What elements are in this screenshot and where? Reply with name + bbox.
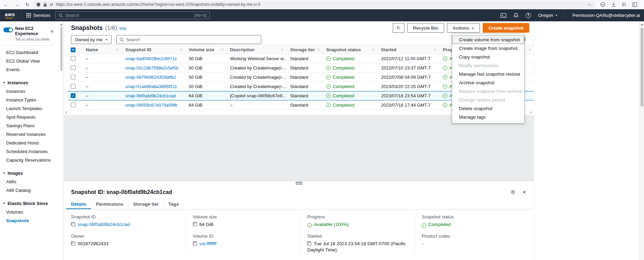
cloudshell-icon[interactable]	[501, 13, 506, 18]
sidebar-item-amis[interactable]: AMIs	[0, 177, 64, 186]
copy-icon[interactable]	[71, 241, 75, 246]
recycle-bin-button[interactable]: Recycle Bin	[407, 23, 444, 33]
close-icon[interactable]: ✕	[522, 189, 526, 195]
sidebar-toggle-icon[interactable]	[632, 2, 637, 7]
downloads-icon[interactable]	[611, 2, 616, 7]
column-header-description[interactable]: Description▽	[227, 45, 287, 54]
snapshot-id-link[interactable]: snap-0ad0482fbe2c8571c	[125, 56, 177, 61]
filter-icon[interactable]: ▽	[529, 48, 531, 52]
row-checkbox[interactable]	[71, 75, 76, 79]
column-header-snapshot-status[interactable]: Snapshot status▽	[323, 45, 378, 54]
back-button[interactable]: ←	[3, 2, 8, 7]
scroll-up-arrow-icon[interactable]	[60, 23, 63, 25]
sidebar-item-instance-types[interactable]: Instance Types	[0, 96, 64, 104]
filter-icon[interactable]: ▽	[434, 48, 436, 52]
tab-tags[interactable]: Tags	[164, 199, 184, 209]
copy-icon[interactable]	[193, 222, 197, 226]
close-icon[interactable]: ✕	[50, 29, 54, 34]
console-search[interactable]: [Alt+S]	[55, 11, 210, 19]
console-search-input[interactable]	[65, 13, 192, 18]
sidebar-item-snapshots[interactable]: Snapshots	[0, 216, 64, 225]
sidebar-item-ec2-global-view[interactable]: EC2 Global View	[0, 57, 64, 65]
sidebar-item-capacity-reservations[interactable]: Capacity Reservations	[0, 156, 64, 164]
row-checkbox[interactable]	[71, 56, 76, 61]
sidebar-item-volumes[interactable]: Volumes	[0, 208, 64, 216]
menu-item-archive-snapshot[interactable]: Archive snapshot	[452, 78, 524, 87]
sidebar-item-dedicated-hosts[interactable]: Dedicated Hosts	[0, 139, 64, 147]
library-icon[interactable]	[622, 2, 626, 7]
bookmark-star-icon[interactable]: ☆	[587, 2, 591, 7]
snapshot-id-link[interactable]: snap-0879b96243f26efb2	[125, 75, 176, 80]
copy-icon[interactable]	[71, 222, 75, 226]
help-icon[interactable]: ?	[526, 13, 531, 18]
services-menu[interactable]: Services	[26, 13, 50, 18]
sidebar-item-reserved-instances[interactable]: Reserved Instances	[0, 130, 64, 139]
sidebar-item-ec2-dashboard[interactable]: EC2 Dashboard	[0, 48, 64, 57]
snapshot-id-link[interactable]: snap-0bf0afd9b24cb1cad	[125, 93, 176, 98]
scrollbar-thumb[interactable]	[60, 26, 62, 71]
drag-handle-icon[interactable]	[296, 182, 302, 184]
experience-toggle[interactable]	[3, 28, 13, 32]
snapshot-id-link[interactable]: snap-02c18b7568e2c5e5d	[125, 65, 178, 71]
panel-settings-gear-icon[interactable]: ⚙	[511, 189, 515, 195]
column-header-started[interactable]: Started▽	[378, 45, 439, 54]
notifications-bell-icon[interactable]	[514, 13, 518, 18]
sidebar-item-scheduled-instances[interactable]: Scheduled Instances	[0, 147, 64, 156]
column-header-storage-tier[interactable]: Storage tier▽	[287, 45, 323, 54]
tab-storage-tier[interactable]: Storage tier	[128, 199, 164, 209]
page-scrollbar[interactable]	[639, 21, 644, 260]
tab-details[interactable]: Details	[66, 199, 91, 209]
sidebar-item-spot-requests[interactable]: Spot Requests	[0, 113, 64, 121]
filter-icon[interactable]: ▽	[281, 48, 284, 52]
save-to-pocket-icon[interactable]	[600, 2, 605, 7]
filter-icon[interactable]: ▽	[180, 48, 182, 52]
menu-item-create-image-from-snapshot[interactable]: Create image from snapshot	[452, 44, 524, 53]
snapshot-id-link[interactable]: snap-08058c67e979a09fb	[125, 102, 177, 108]
table-search[interactable]	[116, 35, 261, 44]
row-checkbox[interactable]	[71, 102, 76, 107]
select-all-checkbox[interactable]	[71, 47, 76, 52]
copy-icon[interactable]	[193, 241, 197, 246]
menu-item-delete-snapshot[interactable]: Delete snapshot	[452, 104, 524, 113]
sidebar-section-instances[interactable]: ▼ Instances	[0, 78, 64, 87]
sidebar-item-launch-templates[interactable]: Launch Templates	[0, 104, 64, 113]
lock-icon[interactable]	[43, 2, 47, 7]
row-checkbox[interactable]	[71, 65, 76, 70]
panel-splitter[interactable]	[64, 181, 534, 185]
filter-icon[interactable]: ▽	[221, 48, 223, 52]
ownership-filter-select[interactable]: Owned by me ▼	[71, 35, 112, 44]
menu-item-create-volume-from-snapshot[interactable]: Create volume from snapshot	[452, 35, 524, 44]
scrollbar-thumb[interactable]	[641, 28, 643, 107]
account-menu[interactable]: Permission-QA/llu@stellarcyber.ai	[572, 13, 640, 18]
sidebar-scrollbar[interactable]	[59, 21, 63, 260]
tracking-protection-icon[interactable]	[36, 2, 41, 7]
reload-button[interactable]: ↻	[25, 2, 30, 7]
filter-icon[interactable]: ▽	[317, 48, 320, 52]
info-link[interactable]: Info	[119, 26, 126, 31]
column-header-snapshot-id[interactable]: Snapshot ID▽	[122, 45, 185, 54]
create-snapshot-button[interactable]: Create snapshot	[483, 23, 529, 33]
column-header-volume-size[interactable]: Volume size▽	[185, 45, 227, 54]
menu-item-manage-fast-snapshot-restore[interactable]: Manage fast snapshot restore	[452, 70, 524, 78]
experience-subtitle[interactable]: Tell us what you think	[15, 37, 52, 41]
sidebar-item-events[interactable]: Events	[0, 65, 64, 74]
sidebar-item-savings-plans[interactable]: Savings Plans	[0, 121, 64, 130]
table-search-input[interactable]	[126, 37, 258, 42]
scroll-up-arrow-icon[interactable]	[641, 23, 643, 25]
forward-button[interactable]: →	[14, 2, 19, 7]
tab-permissions[interactable]: Permissions	[91, 199, 128, 209]
menu-item-copy-snapshot[interactable]: Copy snapshot	[452, 53, 524, 61]
row-checkbox[interactable]	[71, 93, 76, 98]
permissions-icon[interactable]: ⇄	[50, 2, 53, 7]
snapshot-id-value-link[interactable]: snap-0bf0afd9b24cb1cad	[78, 222, 130, 227]
row-checkbox[interactable]	[71, 84, 76, 89]
scroll-left-icon[interactable]: ‹	[65, 109, 67, 115]
sidebar-item-ami-catalog[interactable]: AMI Catalog	[0, 186, 64, 195]
snapshot-id-link[interactable]: snap-01ae68a6a3885f511	[125, 84, 177, 89]
sidebar-item-instances[interactable]: Instances	[0, 87, 64, 96]
filter-icon[interactable]: ▽	[116, 48, 119, 52]
actions-button[interactable]: Actions ▲	[447, 23, 480, 33]
menu-item-manage-tags[interactable]: Manage tags	[452, 113, 524, 121]
refresh-button[interactable]: ↻	[393, 23, 404, 33]
sidebar-section-images[interactable]: ▼ Images	[0, 169, 64, 177]
